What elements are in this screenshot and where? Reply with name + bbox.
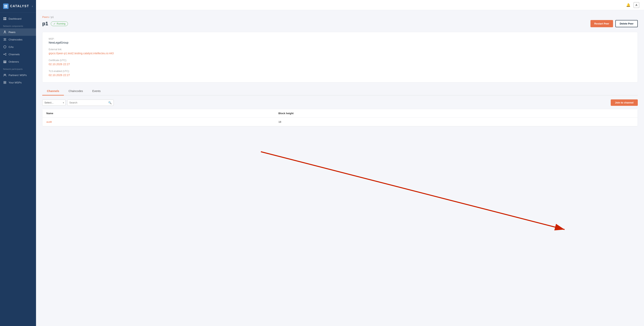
breadcrumb-parent[interactable]: Peers — [42, 15, 49, 18]
peer-info-card: MSP: NewLegalGroup External link: grpcs:… — [42, 32, 638, 82]
breadcrumb: Peers / p1 — [42, 15, 638, 18]
sidebar-item-dashboard[interactable]: Dashboard — [0, 15, 36, 22]
channels-icon — [3, 52, 6, 56]
app-logo: CATALYST — [3, 3, 29, 9]
tab-chaincodes[interactable]: Chaincodes — [64, 87, 88, 95]
svg-rect-2 — [4, 6, 6, 7]
col-block-height: Block height — [274, 109, 638, 118]
msp-value: NewLegalGroup — [49, 41, 631, 44]
svg-rect-14 — [4, 61, 6, 61]
svg-point-9 — [4, 54, 4, 55]
sidebar-item-channels[interactable]: Channels — [0, 50, 36, 58]
svg-point-10 — [6, 53, 6, 54]
tab-channels[interactable]: Channels — [42, 87, 64, 95]
svg-rect-15 — [4, 62, 6, 62]
app-name: CATALYST — [10, 4, 29, 8]
svg-rect-5 — [5, 17, 6, 18]
external-link-row: External link: grpcs://peer-p1.test2.tes… — [49, 48, 631, 55]
search-wrap: 🔍 — [67, 100, 114, 106]
svg-rect-6 — [4, 19, 5, 20]
svg-point-11 — [6, 55, 6, 55]
table: Name Block height audit 18 — [42, 109, 638, 126]
breadcrumb-current: p1 — [51, 15, 54, 18]
table-head: Name Block height — [42, 109, 638, 118]
delete-peer-button[interactable]: Delete Peer — [616, 20, 638, 27]
filter-row: Select... 🔍 Join to channel — [42, 99, 638, 106]
orderers-icon — [3, 60, 6, 63]
channel-link[interactable]: audit — [46, 120, 52, 123]
sidebar: CATALYST ‹ Dashboard Network components — [0, 0, 36, 326]
dashboard-label: Dashboard — [8, 17, 22, 20]
restart-peer-button[interactable]: Restart Peer — [590, 20, 613, 27]
sidebar-item-your-msps[interactable]: Your MSPs — [0, 79, 36, 86]
svg-rect-3 — [6, 6, 7, 7]
svg-rect-21 — [4, 83, 5, 84]
your-msps-icon — [3, 81, 6, 84]
join-to-channel-button[interactable]: Join to channel — [611, 99, 638, 106]
external-link-label: External link: — [49, 48, 631, 51]
channels-label: Channels — [8, 53, 20, 56]
svg-rect-1 — [6, 5, 7, 6]
sidebar-nav: Dashboard Network components Peers Cha — [0, 13, 36, 326]
cas-label: CAs — [8, 45, 14, 48]
col-name: Name — [42, 109, 274, 118]
status-text: Running — [57, 22, 66, 25]
page-title-left: p1 ✓ Running — [42, 21, 68, 27]
topbar: 🔔 A — [36, 0, 644, 10]
tls-label: TLS enabled (UTC): — [49, 70, 631, 72]
dashboard-icon — [3, 17, 6, 20]
partners-msps-label: Partners' MSPs — [8, 74, 27, 77]
sidebar-item-cas[interactable]: CAs — [0, 43, 36, 50]
peers-label: Peers — [8, 31, 16, 34]
svg-point-8 — [4, 31, 6, 32]
section-network-components: Network components — [0, 22, 36, 28]
peers-icon — [3, 30, 6, 34]
sidebar-item-orderers[interactable]: Orderers — [0, 58, 36, 65]
tabs-row: Channels Chaincodes Events — [42, 87, 638, 95]
table-body: audit 18 — [42, 118, 638, 126]
partners-msps-icon — [3, 73, 6, 77]
chaincodes-icon — [3, 38, 6, 41]
search-input[interactable] — [67, 100, 106, 105]
tls-row: TLS enabled (UTC): 02.10.2026 22:27 — [49, 70, 631, 77]
notification-bell[interactable]: 🔔 — [626, 3, 630, 7]
chaincodes-label: Chaincodes — [8, 38, 22, 41]
main-content: 🔔 A Peers / p1 p1 ✓ Running Restart Peer… — [36, 0, 644, 326]
svg-rect-16 — [4, 63, 6, 63]
tab-events[interactable]: Events — [88, 87, 105, 95]
svg-line-13 — [4, 54, 6, 55]
page-title: p1 — [42, 21, 48, 27]
svg-rect-22 — [5, 83, 6, 84]
table-header-row: Name Block height — [42, 109, 638, 118]
tls-value[interactable]: 02.10.2026 22:27 — [49, 73, 70, 77]
sidebar-collapse-button[interactable]: ‹ — [32, 4, 33, 8]
channel-select[interactable]: Select... — [42, 100, 66, 106]
svg-point-18 — [5, 74, 6, 75]
user-avatar[interactable]: A — [634, 2, 639, 8]
section-network-participants: Network participants — [0, 65, 36, 71]
cell-name: audit — [42, 118, 274, 126]
page-title-actions: Restart Peer Delete Peer — [590, 20, 638, 27]
table-row: audit 18 — [42, 118, 638, 126]
filter-left: Select... 🔍 — [42, 100, 114, 106]
cell-block-height: 18 — [274, 118, 638, 126]
sidebar-item-chaincodes[interactable]: Chaincodes — [0, 36, 36, 43]
svg-rect-20 — [5, 81, 6, 82]
page-title-row: p1 ✓ Running Restart Peer Delete Peer — [42, 20, 638, 27]
cas-icon — [3, 45, 6, 49]
sidebar-item-partners-msps[interactable]: Partners' MSPs — [0, 71, 36, 79]
sidebar-header: CATALYST ‹ — [0, 0, 36, 13]
certificate-row: Certificate (UTC): 02.10.2026 22:27 — [49, 59, 631, 66]
your-msps-label: Your MSPs — [8, 81, 22, 84]
certificate-label: Certificate (UTC): — [49, 59, 631, 62]
external-link-value[interactable]: grpcs://peer-p1.test2.testing.catalyst.i… — [49, 52, 114, 55]
svg-rect-7 — [5, 19, 6, 20]
svg-rect-0 — [4, 5, 6, 6]
search-button[interactable]: 🔍 — [106, 100, 114, 106]
svg-rect-19 — [4, 81, 5, 82]
certificate-value[interactable]: 02.10.2026 22:27 — [49, 63, 70, 66]
channels-table: Name Block height audit 18 — [42, 109, 638, 126]
status-badge: ✓ Running — [51, 21, 68, 26]
sidebar-item-peers[interactable]: Peers — [0, 28, 36, 36]
svg-rect-4 — [4, 17, 5, 18]
